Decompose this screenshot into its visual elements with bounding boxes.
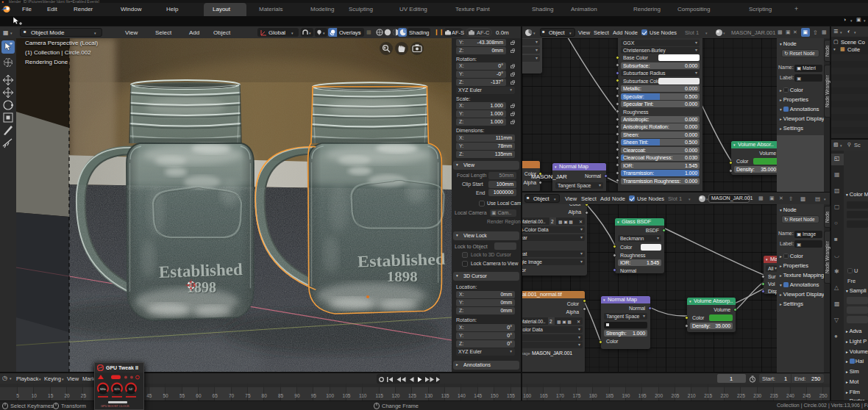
svg-text:54°: 54° (129, 387, 133, 391)
svg-text:MHz: MHz (100, 387, 106, 391)
svg-text:30%: 30% (114, 387, 120, 391)
